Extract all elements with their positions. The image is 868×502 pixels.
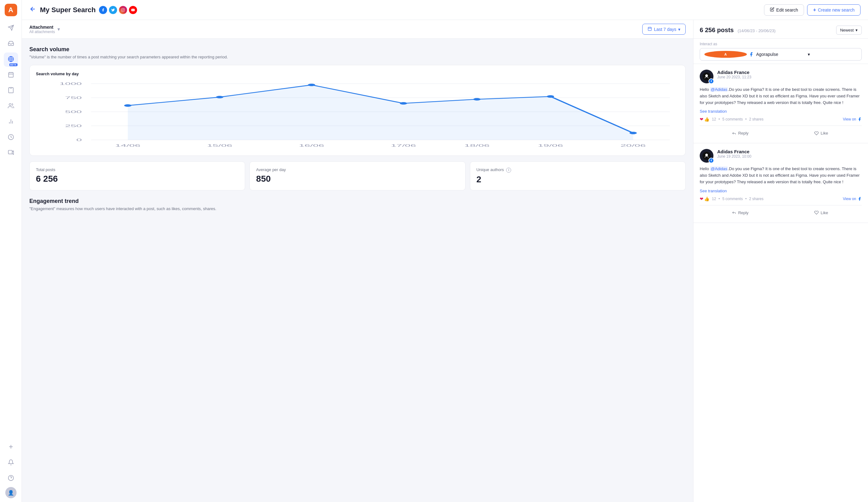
engagement-desc: "Engagement" measures how much users hav… [29,206,686,211]
svg-text:20/06: 20/06 [620,144,646,147]
shares-count: 2 shares [749,197,763,201]
attachment-dropdown[interactable]: Attachment All attachments ▾ [29,25,60,34]
reaction-icons: ❤ 👍 [700,196,710,201]
attachment-label: Attachment [29,25,55,30]
svg-point-47 [216,96,224,98]
sidebar-item-analytics[interactable] [4,115,18,129]
video-icon [8,149,14,157]
svg-text:500: 500 [65,110,82,114]
svg-text:1000: 1000 [59,82,82,85]
like-button[interactable]: Like [781,129,862,137]
svg-point-54 [705,75,707,77]
svg-text:250: 250 [65,124,82,128]
user-avatar[interactable]: 👤 [5,487,17,498]
post-stats: ❤ 👍 12 • 5 comments • 2 shares View on [700,196,862,201]
header-actions: Edit search + Create new search [764,4,860,15]
see-translation-link[interactable]: See translation [700,189,862,193]
view-on-link[interactable]: View on [843,117,862,122]
chevron-down-icon: ▾ [58,26,60,32]
sidebar-item-dashboard[interactable] [4,130,18,145]
sidebar-item-help[interactable] [4,471,18,486]
edit-search-button[interactable]: Edit search [764,4,804,15]
chart-title: Search volume by day [36,72,679,76]
facebook-platform-icon [709,79,714,84]
interact-account-dropdown[interactable]: A Agorapulse ▾ [700,48,862,61]
facebook-icon [99,6,107,14]
svg-point-22 [124,9,124,9]
avg-per-day-label: Average per day [256,167,459,172]
content-area: Attachment All attachments ▾ Last 7 days… [22,20,868,502]
twitter-icon [109,6,117,14]
sort-dropdown[interactable]: Newest ▾ [836,25,862,35]
sidebar-item-video[interactable] [4,146,18,160]
calendar-icon [648,27,652,32]
post-author-avatar [700,149,713,163]
back-button[interactable] [29,6,36,14]
svg-marker-45 [128,85,633,140]
svg-rect-4 [8,72,13,77]
stat-total-posts: Total posts 6 256 [29,161,245,190]
view-on-link[interactable]: View on [843,197,862,201]
like-button[interactable]: Like [781,209,862,217]
posts-list: Adidas France June 20 2023, 11:23 Hello … [693,64,868,502]
sidebar-item-notifications[interactable] [4,456,18,470]
filter-bar: Attachment All attachments ▾ Last 7 days… [22,20,693,39]
info-icon[interactable]: i [506,168,511,172]
sidebar-item-listen[interactable]: BETA [4,52,18,67]
svg-text:750: 750 [65,96,82,100]
youtube-icon [129,6,137,14]
avatar-image: 👤 [8,490,14,496]
svg-text:16/06: 16/06 [299,144,324,147]
plus-icon [8,443,14,451]
sidebar-item-inbox[interactable] [4,37,18,51]
svg-text:17/06: 17/06 [391,144,416,147]
beta-badge: BETA [9,63,18,66]
reply-button[interactable]: Reply [700,129,781,137]
help-icon [8,475,14,483]
create-search-button[interactable]: + Create new search [807,4,860,15]
facebook-platform-icon [709,158,714,163]
chevron-down-icon: ▾ [808,52,857,57]
avg-per-day-value: 850 [256,174,459,184]
svg-rect-13 [8,150,12,154]
instagram-icon [119,6,127,14]
search-volume-title: Search volume [29,46,686,53]
chevron-icon: ▾ [678,27,680,32]
heart-reaction: ❤ [700,196,703,201]
right-panel: 6 256 posts (14/06/23 - 20/06/23) Newest… [693,20,868,502]
reply-button[interactable]: Reply [700,209,781,217]
stat-unique-authors: Unique authors i 2 [470,161,686,190]
sidebar-item-calendar[interactable] [4,68,18,82]
svg-point-48 [308,84,316,86]
sidebar-item-reports[interactable] [4,84,18,98]
svg-point-46 [124,104,132,107]
search-volume-section: Search volume "Volume" is the number of … [22,39,693,190]
post-mention[interactable]: @Adidas [710,87,728,92]
unique-authors-value: 2 [476,175,679,185]
svg-text:0: 0 [76,138,82,142]
svg-point-49 [400,102,407,105]
app-logo[interactable]: A [5,4,17,16]
post-text: Hello @Adidas.Do you use Figma? It is on… [700,166,862,185]
reactions-count: 12 [712,117,716,122]
page-header: My Super Search Edit search [22,0,868,20]
see-translation-link[interactable]: See translation [700,109,862,114]
like-reaction: 👍 [704,196,710,201]
search-volume-desc: "Volume" is the number of times a post m… [29,55,686,59]
globe-icon [8,56,14,64]
svg-point-50 [473,98,481,101]
sidebar-item-audience[interactable] [4,99,18,114]
agorapulse-logo: A [704,51,754,58]
post-meta: Adidas France June 20 2023, 11:23 [700,70,862,83]
post-mention[interactable]: @Adidas [710,166,728,171]
date-range-button[interactable]: Last 7 days ▾ [642,24,686,35]
posts-date-range: (14/06/23 - 20/06/23) [737,29,775,33]
post-actions: Reply Like [700,205,862,217]
post-stats: ❤ 👍 12 • 5 comments • 2 shares View on [700,117,862,122]
svg-text:18/06: 18/06 [464,144,489,147]
engagement-title: Engagement trend [29,198,686,205]
posts-count: 6 256 posts [700,27,734,33]
sidebar-item-add[interactable] [4,440,18,454]
sidebar-item-send[interactable] [4,21,18,35]
svg-text:14/06: 14/06 [115,144,141,147]
